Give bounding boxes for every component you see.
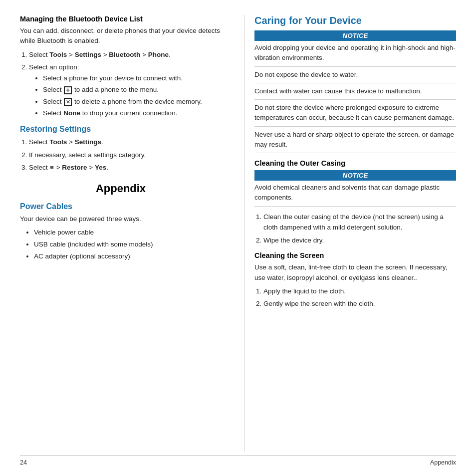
left-column: Managing the Bluetooth Device List You c…	[20, 15, 229, 452]
caring-notice-4: Do not store the device where prolonged …	[254, 103, 456, 127]
cleaning-outer-steps: Clean the outer casing of the device (no…	[263, 212, 456, 246]
cleaning-outer-step-2: Wipe the device dry.	[263, 235, 456, 246]
restoring-step-3: Select ≡ > Restore > Yes.	[29, 162, 222, 173]
caring-notice-1: Avoid dropping your device and operating…	[254, 43, 456, 67]
cleaning-screen-title: Cleaning the Screen	[254, 251, 456, 259]
step2-text: Select an option:	[29, 63, 79, 71]
footer: 24 Appendix	[20, 456, 456, 466]
power-cables-title: Power Cables	[20, 202, 222, 211]
managing-bluetooth-section: Managing the Bluetooth Device List You c…	[20, 15, 222, 119]
power-bullet-3: AC adapter (optional accessory)	[34, 251, 222, 262]
caring-title: Caring for Your Device	[254, 15, 456, 26]
cleaning-outer-notice-label: NOTICE	[342, 172, 368, 179]
content-area: Managing the Bluetooth Device List You c…	[20, 15, 456, 452]
managing-bullets-list: Select a phone for your device to connec…	[43, 73, 222, 119]
cleaning-outer-section: Cleaning the Outer Casing NOTICE Avoid c…	[254, 159, 456, 245]
caring-notice-2: Do not expose the device to water.	[254, 70, 456, 83]
delete-icon: ✕	[64, 98, 72, 106]
restoring-steps-list: Select Tools > Settings. If necessary, s…	[29, 137, 222, 173]
power-cables-bullets: Vehicle power cable USB cable (included …	[34, 227, 222, 261]
restoring-step-2: If necessary, select a settings category…	[29, 150, 222, 161]
bullet-add: Select + to add a phone to the menu.	[43, 84, 222, 95]
bullet-connect: Select a phone for your device to connec…	[43, 73, 222, 84]
menu-icon: ≡	[50, 163, 54, 173]
restoring-settings-title: Restoring Settings	[20, 125, 222, 134]
caring-notice-3: Contact with water can cause this device…	[254, 86, 456, 100]
managing-step-1: Select Tools > Settings > Bluetooth > Ph…	[29, 49, 222, 60]
managing-bluetooth-intro: You can add, disconnect, or delete phone…	[20, 26, 222, 46]
caring-notices: Avoid dropping your device and operating…	[254, 43, 456, 153]
cleaning-screen-step-1: Apply the liquid to the cloth.	[263, 286, 456, 297]
power-cables-intro: Your device can be powered three ways.	[20, 214, 222, 224]
managing-bluetooth-title: Managing the Bluetooth Device List	[20, 15, 222, 23]
cleaning-screen-intro: Use a soft, clean, lint-free cloth to cl…	[254, 262, 456, 283]
caring-notice-label: NOTICE	[342, 32, 368, 39]
power-bullet-2: USB cable (included with some models)	[34, 239, 222, 250]
bullet-none: Select None to drop your current connect…	[43, 108, 222, 119]
page: Managing the Bluetooth Device List You c…	[0, 0, 476, 476]
restoring-settings-section: Restoring Settings Select Tools > Settin…	[20, 125, 222, 173]
cleaning-screen-steps: Apply the liquid to the cloth. Gently wi…	[263, 286, 456, 309]
cleaning-screen-section: Cleaning the Screen Use a soft, clean, l…	[254, 251, 456, 309]
right-column: Caring for Your Device NOTICE Avoid drop…	[244, 15, 456, 452]
plus-icon: +	[64, 86, 72, 94]
footer-label: Appendix	[430, 459, 456, 466]
managing-steps-list: Select Tools > Settings > Bluetooth > Ph…	[29, 49, 222, 119]
bullet-delete: Select ✕ to delete a phone from the devi…	[43, 96, 222, 107]
cleaning-outer-notice-text: Avoid chemical cleaners and solvents tha…	[254, 183, 456, 207]
cleaning-outer-notice-bar: NOTICE	[254, 170, 456, 181]
appendix-title: Appendix	[20, 182, 222, 195]
caring-notice-bar: NOTICE	[254, 30, 456, 41]
cleaning-screen-step-2: Gently wipe the screen with the cloth.	[263, 298, 456, 309]
cleaning-outer-step-1: Clean the outer casing of the device (no…	[263, 212, 456, 233]
managing-step-2: Select an option: Select a phone for you…	[29, 62, 222, 119]
cleaning-outer-notice-block: NOTICE Avoid chemical cleaners and solve…	[254, 170, 456, 207]
cleaning-outer-title: Cleaning the Outer Casing	[254, 159, 456, 167]
caring-notice-block: NOTICE Avoid dropping your device and op…	[254, 30, 456, 153]
caring-notice-5: Never use a hard or sharp object to oper…	[254, 130, 456, 154]
power-bullet-1: Vehicle power cable	[34, 227, 222, 238]
restoring-step-1: Select Tools > Settings.	[29, 137, 222, 148]
step1-text: Select Tools > Settings > Bluetooth > Ph…	[29, 51, 171, 58]
caring-section: Caring for Your Device NOTICE Avoid drop…	[254, 15, 456, 153]
footer-page-number: 24	[20, 459, 27, 466]
power-cables-section: Power Cables Your device can be powered …	[20, 202, 222, 261]
